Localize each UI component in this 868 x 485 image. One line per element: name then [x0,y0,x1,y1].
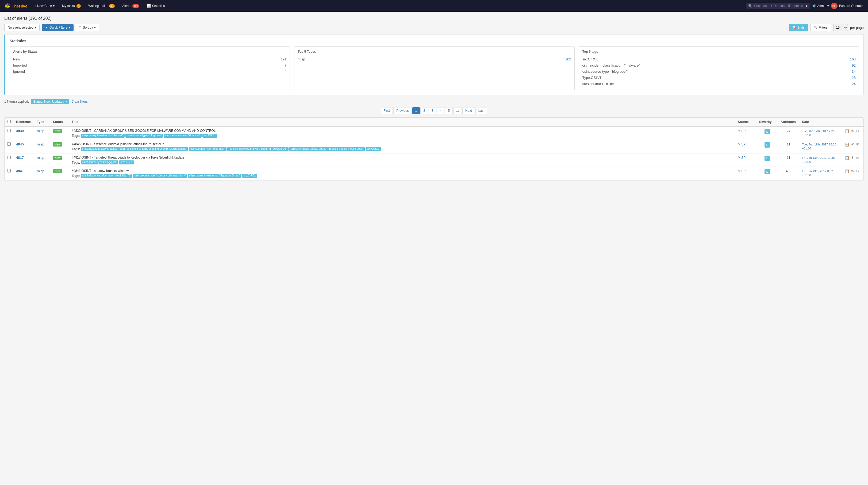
row-checkbox-0[interactable] [7,129,11,132]
copy-icon-3[interactable]: 📋 [845,169,849,173]
statistics-nav-button[interactable]: 📊 Statistics [144,2,167,9]
new-case-button[interactable]: + New Case ▾ [32,2,57,9]
remove-filter-button[interactable]: × [65,100,67,103]
page-4-button[interactable]: 4 [437,107,445,114]
row-severity-1: L [756,140,778,154]
user-menu[interactable]: BO Bastard Operator [831,3,864,9]
type-link-3[interactable]: misp [37,169,44,173]
source-link-2[interactable]: MISP [738,156,746,160]
row-ref-2[interactable]: 4817 [13,154,34,167]
top5-types-card: Top 5 Types misp 202 [294,46,575,90]
row-source-3: MISP [735,167,756,180]
copy-icon-0[interactable]: 📋 [845,129,849,133]
last-page-button[interactable]: Last [475,107,488,114]
brand-logo[interactable]: 🐝 TheHive [4,3,27,9]
tag[interactable]: enisa:nefarious-activity-abuse="infected… [289,147,365,151]
row-checkbox-3[interactable] [7,169,11,172]
row-title-text-3[interactable]: #4841 OSINT - shadow-brokers-windows [72,169,733,173]
source-link-0[interactable]: MISP [738,129,746,133]
tag[interactable]: osint:source-type="source-code-repositor… [133,174,187,178]
quick-filters-button[interactable]: ▼ Quick Filters ▾ [42,24,73,31]
next-page-button[interactable]: Next [462,107,475,114]
type-misp-value[interactable]: 202 [565,57,571,61]
stats-button[interactable]: 📊 Stats [789,24,808,31]
view-icon-1[interactable]: 👁 [851,142,855,147]
global-search[interactable]: 🔍 ▾ [746,3,810,9]
mail-icon-1[interactable]: ✉ [856,142,860,147]
tag-value-3[interactable]: 28 [852,76,856,80]
source-link-3[interactable]: MISP [738,169,746,173]
row-tags-3: Tags: admiralty-scale:information-credib… [72,174,733,178]
page-3-button[interactable]: 3 [429,107,436,114]
type-link-2[interactable]: misp [37,156,44,160]
alerts-label: Alerts [122,4,130,8]
search-input[interactable] [754,4,804,8]
tag-value-2[interactable]: 34 [852,69,856,73]
row-ref-0[interactable]: 4830 [13,126,34,140]
per-page-select[interactable]: 15 25 50 100 [833,24,848,31]
waiting-tasks-button[interactable]: Waiting tasks 30 [86,2,117,9]
no-event-dropdown[interactable]: No event selected ▾ [4,24,39,31]
toolbar: No event selected ▾ ▼ Quick Filters ▾ ⇅ … [4,24,864,31]
row-title-text-0[interactable]: #4830 OSINT - CARBANAK GROUP USES GOOGLE… [72,129,733,133]
tag[interactable]: misp-galaxy:threat-actor="Equation Group… [188,174,241,178]
tag-value-0[interactable]: 168 [850,57,856,61]
status-new-value[interactable]: 191 [281,57,287,61]
row-ref-3[interactable]: 4841 [13,167,34,180]
row-title-text-2[interactable]: #4817 OSINT - Targeted Threat Leads to K… [72,156,733,159]
tag[interactable]: osint:source-type="blog-post" [125,134,163,138]
date-text-1[interactable]: Tue, Jan 17th, 2017 16:23 +01:00 [802,143,836,150]
copy-icon-1[interactable]: 📋 [845,142,849,147]
tag[interactable]: veris:actor:motive="Financial" [164,134,202,138]
page-ellipsis-button[interactable]: ... [453,107,462,114]
page-1-button[interactable]: 1 [412,107,420,114]
tag[interactable]: src:CIRCL [119,160,134,164]
view-icon-3[interactable]: 👁 [851,169,855,173]
my-tasks-button[interactable]: My tasks 1 [59,2,84,9]
alerts-button[interactable]: Alerts 191 [120,2,142,9]
row-title-text-1[interactable]: #4845 OSINT - Switcher: Android joins th… [72,142,733,146]
clear-filters-button[interactable]: Clear filters [71,100,88,103]
tag[interactable]: ms-caro-malware:malware-platform="Androi… [227,147,288,151]
filters-button[interactable]: 🔍 Filters [810,24,831,31]
row-ref-1[interactable]: 4845 [13,140,34,154]
table-header-row: Reference Type Status Title Source Sever… [4,118,864,126]
page-5-button[interactable]: 5 [445,107,453,114]
tag[interactable]: src:CIRCL [366,147,380,151]
tag[interactable]: src:CIRCL [203,134,217,138]
view-icon-0[interactable]: 👁 [851,129,855,133]
filter-btn-icon: 🔍 [814,26,818,29]
date-text-3[interactable]: Fri, Jan 13th, 2017 8:32 +01:00 [802,169,833,177]
select-all-checkbox[interactable] [7,120,11,123]
mail-icon-3[interactable]: ✉ [856,169,860,173]
attributes-num-3: 432 [786,169,791,173]
copy-icon-2[interactable]: 📋 [845,156,849,160]
type-link-0[interactable]: misp [37,129,44,133]
tag-value-4[interactable]: 24 [852,82,856,86]
sort-by-button[interactable]: ⇅ Sort by ▾ [76,24,99,31]
row-checkbox-2[interactable] [7,156,11,159]
status-imported-value[interactable]: 7 [284,63,286,67]
status-ignored-value[interactable]: 4 [284,69,286,73]
mail-icon-0[interactable]: ✉ [856,129,860,133]
type-link-1[interactable]: misp [37,142,44,146]
tag[interactable]: osint:source-type="blog-post" [189,147,226,151]
tag[interactable]: enisa:nefarious-activity-abuse="DNS-pois… [81,147,188,151]
first-page-button[interactable]: First [381,107,393,114]
mail-icon-2[interactable]: ✉ [856,156,860,160]
previous-page-button[interactable]: Previous [393,107,412,114]
tag[interactable]: osint:source-type="blog-post" [81,160,118,164]
status-badge-3: New [53,169,62,173]
tag-value-1[interactable]: 92 [852,63,856,67]
tag[interactable]: src:CIRCL [242,174,257,178]
row-checkbox-1[interactable] [7,142,11,146]
admin-menu[interactable]: ⚙️ Admin ▾ [812,4,829,8]
row-title-cell-3: #4841 OSINT - shadow-brokers-windows Tag… [69,167,735,180]
date-text-2[interactable]: Fri, Jan 13th, 2017 11:38 +01:00 [802,156,835,163]
tag[interactable]: admiralty-scale:information-credibility=… [81,174,132,178]
page-2-button[interactable]: 2 [421,107,428,114]
tag[interactable]: misp-galaxy:threat-actor="Anunak" [81,134,125,138]
date-text-0[interactable]: Tue, Jan 17th, 2017 21:12 +01:00 [802,129,836,137]
view-icon-2[interactable]: 👁 [851,156,855,160]
source-link-1[interactable]: MISP [738,142,746,146]
